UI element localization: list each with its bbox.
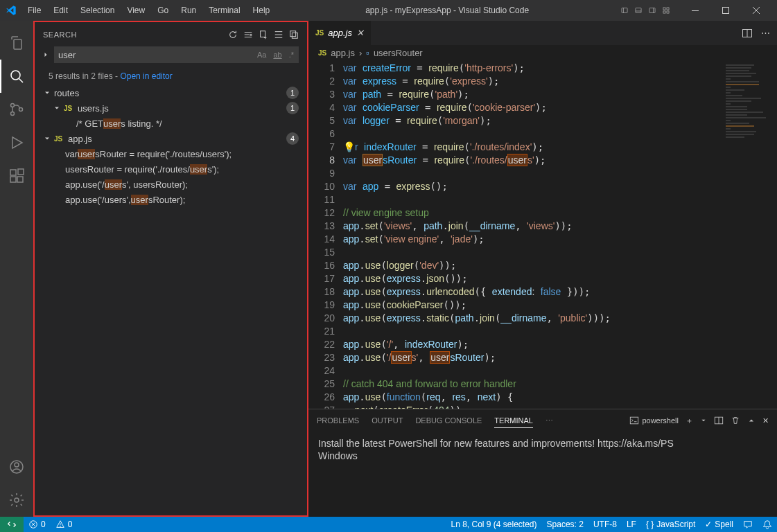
- match-case-toggle[interactable]: Aa: [255, 49, 268, 60]
- maximize-panel-icon[interactable]: [747, 414, 756, 427]
- new-search-editor-icon[interactable]: [259, 30, 268, 39]
- menu-go[interactable]: Go: [152, 3, 174, 18]
- svg-rect-31: [261, 30, 265, 37]
- kill-terminal-icon[interactable]: [731, 413, 740, 428]
- status-encoding[interactable]: UTF-8: [588, 517, 622, 532]
- line-number-gutter: 1234567891011121314151617181920212223242…: [308, 60, 343, 409]
- symbol-icon: ▫: [366, 48, 369, 58]
- status-eol[interactable]: LF: [622, 517, 641, 532]
- status-notifications-icon[interactable]: [758, 517, 777, 532]
- svg-rect-4: [649, 8, 655, 13]
- customize-layout-icon[interactable]: [661, 5, 672, 16]
- remote-indicator[interactable]: [0, 517, 24, 532]
- menu-help[interactable]: Help: [247, 3, 276, 18]
- split-terminal-icon[interactable]: [714, 413, 724, 428]
- menu-selection[interactable]: Selection: [75, 3, 120, 18]
- menu-terminal[interactable]: Terminal: [203, 3, 245, 18]
- minimap[interactable]: [722, 60, 777, 409]
- svg-rect-0: [622, 8, 627, 13]
- status-feedback-icon[interactable]: [738, 517, 758, 532]
- panel-tab-terminal[interactable]: TERMINAL: [494, 414, 533, 428]
- refresh-icon[interactable]: [228, 30, 238, 39]
- panel-tab-output[interactable]: OUTPUT: [372, 414, 403, 427]
- svg-rect-6: [663, 8, 665, 10]
- panel-more-icon[interactable]: ⋯: [545, 414, 553, 428]
- clear-results-icon[interactable]: [243, 30, 253, 39]
- svg-line-15: [19, 79, 24, 83]
- svg-rect-9: [667, 11, 669, 13]
- svg-rect-10: [692, 10, 699, 11]
- menubar: File Edit Selection View Go Run Terminal…: [22, 3, 275, 18]
- close-panel-icon[interactable]: ✕: [762, 414, 769, 428]
- collapse-all-icon[interactable]: [289, 30, 299, 39]
- settings-gear-icon[interactable]: [0, 484, 33, 517]
- search-icon[interactable]: [0, 60, 33, 93]
- status-bar: 0 0 Ln 8, Col 9 (4 selected) Spaces: 2 U…: [0, 517, 777, 532]
- menu-file[interactable]: File: [22, 3, 46, 18]
- maximize-button[interactable]: [710, 0, 741, 21]
- toggle-right-panel-icon[interactable]: [647, 5, 658, 16]
- accounts-icon[interactable]: [0, 450, 33, 484]
- match-row[interactable]: var usersRouter = require('./routes/user…: [40, 146, 302, 161]
- sidebar-title: SEARCH: [43, 30, 228, 39]
- code-editor[interactable]: var createError = require('http-errors')…: [343, 60, 722, 409]
- svg-rect-11: [723, 8, 729, 14]
- status-warnings[interactable]: 0: [51, 517, 78, 532]
- match-row[interactable]: app.use('/users', usersRouter);: [40, 192, 302, 207]
- svg-rect-19: [10, 170, 16, 175]
- status-cursor[interactable]: Ln 8, Col 9 (4 selected): [446, 517, 541, 532]
- status-language[interactable]: { }JavaScript: [641, 517, 700, 532]
- view-as-tree-icon[interactable]: [274, 30, 283, 39]
- open-in-editor-link[interactable]: Open in editor: [120, 71, 172, 81]
- split-editor-icon[interactable]: [742, 28, 753, 39]
- editor-tabs: JS app.js ✕ ⋯: [308, 21, 777, 45]
- tab-label: app.js: [328, 28, 352, 38]
- folder-routes[interactable]: routes 1: [40, 85, 302, 100]
- svg-rect-22: [18, 169, 24, 175]
- js-file-icon: JS: [315, 29, 324, 37]
- source-control-icon[interactable]: [0, 93, 33, 126]
- toggle-bottom-panel-icon[interactable]: [633, 5, 644, 16]
- menu-view[interactable]: View: [121, 3, 150, 18]
- terminal-dropdown-icon[interactable]: [700, 414, 707, 427]
- svg-point-25: [15, 498, 19, 502]
- terminal-output[interactable]: Install the latest PowerShell for new fe…: [308, 432, 777, 517]
- run-debug-icon[interactable]: [0, 126, 33, 159]
- tab-app-js[interactable]: JS app.js ✕: [308, 21, 372, 45]
- status-spaces[interactable]: Spaces: 2: [542, 517, 588, 532]
- breadcrumbs[interactable]: JS app.js › ▫ usersRouter: [308, 45, 777, 60]
- vscode-logo-icon: [6, 5, 17, 16]
- svg-rect-21: [17, 177, 23, 182]
- titlebar: File Edit Selection View Go Run Terminal…: [0, 0, 777, 21]
- toggle-replace-chevron-icon[interactable]: [40, 51, 51, 59]
- close-button[interactable]: [741, 0, 771, 21]
- svg-rect-20: [10, 177, 16, 182]
- js-file-icon: JS: [318, 49, 326, 57]
- minimize-button[interactable]: [680, 0, 710, 21]
- window-title: app.js - myExpressApp - Visual Studio Co…: [275, 6, 619, 15]
- menu-run[interactable]: Run: [175, 3, 202, 18]
- extensions-icon[interactable]: [0, 159, 33, 193]
- status-spell[interactable]: ✓Spell: [700, 517, 738, 532]
- svg-rect-8: [663, 11, 665, 13]
- panel-tab-problems[interactable]: PROBLEMS: [317, 414, 359, 427]
- file-app-js[interactable]: JS app.js 4: [40, 131, 302, 146]
- match-row[interactable]: usersRouter = require('./routes/users');: [40, 161, 302, 177]
- panel-tab-debug[interactable]: DEBUG CONSOLE: [415, 414, 482, 427]
- close-tab-icon[interactable]: ✕: [356, 28, 364, 38]
- match-row[interactable]: app.use('/users', usersRouter);: [40, 177, 302, 192]
- toggle-left-panel-icon[interactable]: [619, 5, 630, 16]
- status-errors[interactable]: 0: [24, 517, 51, 532]
- file-users-js[interactable]: JS users.js 1: [40, 100, 302, 116]
- more-actions-icon[interactable]: ⋯: [761, 28, 770, 39]
- menu-edit[interactable]: Edit: [48, 3, 73, 18]
- window-controls: [680, 0, 771, 21]
- svg-rect-7: [667, 8, 669, 10]
- explorer-icon[interactable]: [0, 26, 33, 60]
- terminal-shell-label[interactable]: powershell: [629, 411, 679, 430]
- regex-toggle[interactable]: .*: [287, 49, 296, 60]
- svg-point-16: [11, 104, 15, 107]
- match-row[interactable]: /* GET users listing. */: [40, 116, 302, 131]
- whole-word-toggle[interactable]: ab: [271, 49, 283, 60]
- new-terminal-icon[interactable]: ＋: [686, 413, 693, 429]
